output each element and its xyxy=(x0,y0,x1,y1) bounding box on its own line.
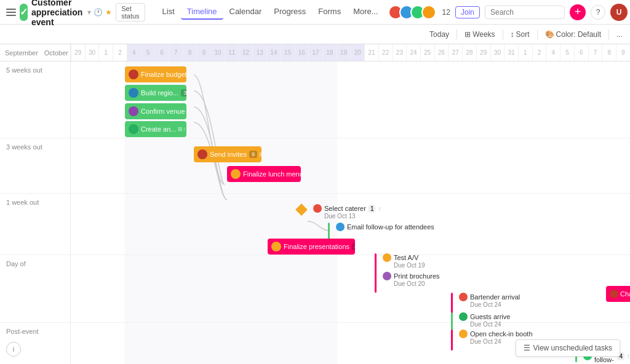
bar-test-av xyxy=(375,253,377,274)
unscheduled-label: View unscheduled tasks xyxy=(533,344,612,352)
row-label-5weeks: 5 weeks out xyxy=(0,61,70,138)
date-col-15: 15 xyxy=(281,44,295,61)
task-label-build-regio: Build regio... xyxy=(141,89,178,97)
search-input[interactable] xyxy=(485,6,565,19)
date-col-n4: 4 xyxy=(546,44,560,61)
grid-row-3weeks xyxy=(71,138,630,194)
date-col-18: 18 xyxy=(322,44,337,61)
date-col-19: 19 xyxy=(337,44,351,61)
task-badge-build-regio: 3 xyxy=(181,89,186,97)
clock-icon[interactable]: 🕐 xyxy=(94,8,103,17)
tab-timeline[interactable]: Timeline xyxy=(181,4,223,20)
task-label-guests: Guests arrive xyxy=(470,313,510,320)
date-col-25: 25 xyxy=(420,44,434,61)
tab-list[interactable]: List xyxy=(156,4,181,20)
date-col-8: 8 xyxy=(183,44,197,61)
task-bar-build-regio[interactable]: Build regio... 3 ⊞↑ xyxy=(125,85,186,101)
date-col-9: 9 xyxy=(196,44,210,61)
menu-icon[interactable] xyxy=(6,9,16,16)
task-test-av[interactable]: Test A/V Due Oct 19 xyxy=(375,253,425,274)
add-button[interactable]: + xyxy=(570,4,586,20)
task-label-confirm-venue: Confirm venue xyxy=(141,108,185,115)
avatar-test-av xyxy=(383,253,391,262)
badge-caterer: 1 xyxy=(369,205,376,213)
row-label-1week: 1 week out xyxy=(0,194,70,255)
task-print-brochures[interactable]: Print brochures Due Oct 20 xyxy=(375,272,440,293)
project-title: Customer appreciation event xyxy=(31,0,82,27)
tab-more[interactable]: More... xyxy=(347,4,384,20)
info-circle-button[interactable]: i xyxy=(6,342,21,357)
avatar-print-brochures xyxy=(383,272,391,280)
task-label-create-an: Create an... xyxy=(141,125,176,133)
today-button[interactable]: Today xyxy=(429,30,449,39)
weeks-label: Weeks xyxy=(472,30,495,39)
app-icon-check: ✓ xyxy=(20,6,28,18)
star-icon[interactable]: ★ xyxy=(105,8,112,17)
toolbar: Today ⊞ Weeks ↕ Sort 🎨 Color: Default ..… xyxy=(0,25,630,44)
user-avatar[interactable]: U xyxy=(610,4,628,21)
timeline-main: 29 30 1 2 4 5 6 7 8 9 10 11 12 13 14 15 … xyxy=(71,44,630,364)
date-col-24: 24 xyxy=(406,44,420,61)
task-label-send-invites: Send invites xyxy=(210,151,247,158)
task-label-email-followup: Email follow-up for attendees xyxy=(347,223,434,231)
task-bar-finalize-lunch[interactable]: Finalize lunch menu ⊞↑ xyxy=(227,166,301,182)
task-select-caterer[interactable]: Select caterer 1 ↑ Due Oct 13 xyxy=(297,204,381,220)
task-label-print-brochures: Print brochures xyxy=(394,272,440,280)
dropdown-icon[interactable]: ▾ xyxy=(87,8,91,17)
weeks-button[interactable]: ⊞ Weeks xyxy=(465,30,495,39)
task-label-checkin: Open check-in booth xyxy=(470,330,533,338)
date-col-17: 17 xyxy=(308,44,322,61)
task-bar-create-an[interactable]: Create an... ⊞↑ xyxy=(125,121,186,137)
date-col-n5: 5 xyxy=(560,44,574,61)
tab-forms[interactable]: Forms xyxy=(312,4,347,20)
task-bar-finalize-presentations[interactable]: Finalize presentations 3 ⊞↑ xyxy=(268,239,355,255)
tab-progress[interactable]: Progress xyxy=(268,4,312,20)
due-caterer: Due Oct 13 xyxy=(324,213,381,220)
top-right: 12 Join + ? U xyxy=(388,4,628,21)
status-button[interactable]: Set status xyxy=(116,3,145,22)
toolbar-divider-4 xyxy=(608,30,609,39)
task-bar-send-invites[interactable]: Send invites 9 ⊞↑ xyxy=(194,146,261,162)
task-bartender-arrival[interactable]: Bartender arrival Due Oct 24 xyxy=(451,293,520,314)
icons-event-email: ↑ xyxy=(627,353,630,360)
task-bar-confirm-venue[interactable]: Confirm venue ⊞↑ xyxy=(125,103,186,119)
view-unscheduled-button[interactable]: ☰ View unscheduled tasks xyxy=(516,339,620,357)
date-col-n6: 6 xyxy=(574,44,588,61)
date-col-n7: 7 xyxy=(588,44,602,61)
task-label-finalize-budget: Finalize budget xyxy=(141,71,186,78)
help-button[interactable]: ? xyxy=(591,5,605,20)
due-print-brochures: Due Oct 20 xyxy=(394,280,440,287)
color-button[interactable]: 🎨 Color: Default xyxy=(545,30,601,39)
bar-checkin xyxy=(451,330,453,350)
task-badge-presentations: 3 xyxy=(352,243,355,250)
date-col-6: 6 xyxy=(154,44,169,61)
month-oct: October xyxy=(44,49,68,57)
row-label-dayof: Day of xyxy=(0,255,70,323)
date-col-26: 26 xyxy=(434,44,449,61)
join-button[interactable]: Join xyxy=(455,6,480,18)
task-label-test-av: Test A/V xyxy=(394,254,418,261)
task-bar-finalize-budget[interactable]: Finalize budget 4 ⊞↑ xyxy=(125,66,186,82)
top-bar: ✓ Customer appreciation event ▾ 🕐 ★ Set … xyxy=(0,0,630,25)
more-button[interactable]: ... xyxy=(616,30,623,39)
date-col-27: 27 xyxy=(448,44,462,61)
due-bartender: Due Oct 24 xyxy=(470,301,520,308)
icons-caterer: ↑ xyxy=(378,205,381,212)
tab-calendar[interactable]: Calendar xyxy=(223,4,268,20)
date-col-10: 10 xyxy=(210,44,225,61)
due-guests: Due Oct 24 xyxy=(470,321,510,328)
nav-tabs: List Timeline Calendar Progress Forms Mo… xyxy=(156,4,385,20)
task-bar-cha[interactable]: Cha... xyxy=(606,286,630,302)
weeks-icon: ⊞ xyxy=(465,30,471,39)
avatar-bartender xyxy=(459,293,468,301)
member-avatars xyxy=(388,5,436,20)
avatar-guests xyxy=(459,312,468,321)
avatar-email-followup xyxy=(336,223,345,231)
task-label-bartender: Bartender arrival xyxy=(470,293,520,301)
avatar-checkin xyxy=(459,330,468,338)
sort-button[interactable]: ↕ Sort xyxy=(511,30,530,39)
grid-area: Finalize budget 4 ⊞↑ Build regio... 3 ⊞↑… xyxy=(71,61,630,364)
title-icons: ▾ 🕐 ★ xyxy=(87,8,112,17)
date-col-7: 7 xyxy=(169,44,183,61)
date-col-31: 31 xyxy=(504,44,518,61)
